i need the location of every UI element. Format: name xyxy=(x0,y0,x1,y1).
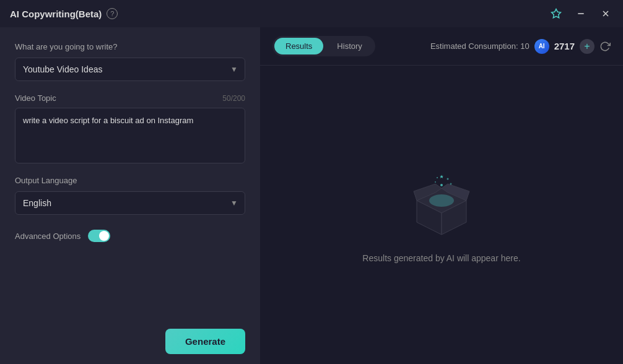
title-bar: AI Copywriting(Beta) ? xyxy=(0,0,623,27)
ai-badge: AI xyxy=(534,39,549,54)
video-topic-label: Video Topic xyxy=(15,93,56,103)
svg-point-13 xyxy=(450,183,452,185)
right-panel: Results History Estimated Consumption: 1… xyxy=(260,27,623,364)
minimize-button[interactable] xyxy=(573,6,588,21)
box-illustration xyxy=(401,167,482,241)
close-button[interactable] xyxy=(598,6,613,21)
generate-btn-wrapper: Generate xyxy=(15,329,245,354)
tab-history[interactable]: History xyxy=(326,38,373,54)
advanced-options-row: Advanced Options xyxy=(15,230,245,242)
title-bar-right xyxy=(549,6,613,21)
video-topic-input[interactable] xyxy=(15,108,245,163)
content-type-dropdown[interactable]: Youtube Video Ideas xyxy=(15,58,245,81)
add-credit-button[interactable]: + xyxy=(580,39,595,54)
advanced-options-toggle[interactable] xyxy=(88,230,110,242)
language-dropdown-wrapper: English ▼ xyxy=(15,191,245,215)
svg-point-14 xyxy=(435,181,436,183)
empty-state: Results generated by AI will appear here… xyxy=(260,66,623,364)
svg-point-9 xyxy=(429,194,454,207)
svg-marker-0 xyxy=(552,9,561,18)
char-count: 50/200 xyxy=(222,94,245,103)
title-bar-left: AI Copywriting(Beta) ? xyxy=(10,8,118,19)
content-type-dropdown-wrapper: Youtube Video Ideas ▼ xyxy=(15,58,245,81)
refresh-button[interactable] xyxy=(599,41,611,52)
app-title: AI Copywriting(Beta) xyxy=(10,9,102,19)
empty-state-text: Results generated by AI will appear here… xyxy=(362,253,520,263)
consumption-label: Estimated Consumption: 10 xyxy=(430,41,529,51)
consumption-area: Estimated Consumption: 10 AI 2717 + xyxy=(430,39,611,54)
info-icon[interactable]: ? xyxy=(107,8,118,19)
language-dropdown[interactable]: English xyxy=(15,191,245,215)
tab-results[interactable]: Results xyxy=(274,38,323,54)
toggle-knob xyxy=(99,231,109,241)
credit-count: 2717 xyxy=(554,41,575,51)
app-window: AI Copywriting(Beta) ? xyxy=(0,0,623,364)
output-language-label: Output Language xyxy=(15,176,245,185)
generate-button[interactable]: Generate xyxy=(165,329,245,354)
video-topic-header: Video Topic 50/200 xyxy=(15,93,245,103)
svg-point-12 xyxy=(437,177,438,178)
left-panel: What are you going to write? Youtube Vid… xyxy=(0,27,260,364)
svg-point-10 xyxy=(440,184,443,186)
prompt-label: What are you going to write? xyxy=(15,42,245,51)
pin-button[interactable] xyxy=(549,6,564,21)
main-content: What are you going to write? Youtube Vid… xyxy=(0,27,623,364)
right-header: Results History Estimated Consumption: 1… xyxy=(260,27,623,66)
advanced-options-label: Advanced Options xyxy=(15,232,81,241)
tab-group: Results History xyxy=(272,36,375,56)
svg-point-11 xyxy=(447,178,449,180)
